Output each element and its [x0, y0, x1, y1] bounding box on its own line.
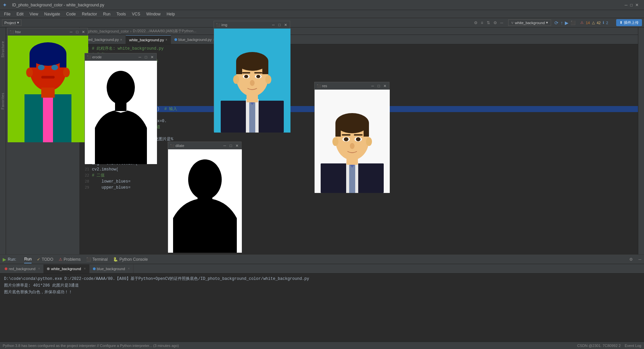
play-icon[interactable]: ▶ [3, 257, 6, 262]
hsv-minimize-icon[interactable]: ─ [69, 30, 73, 34]
hsv-title: hsv [15, 30, 21, 34]
warning-count: 42 [597, 21, 601, 25]
menu-code[interactable]: Code [63, 11, 78, 17]
erode-close-icon[interactable]: ✕ [150, 55, 154, 59]
menu-file[interactable]: File [1, 11, 13, 17]
hsv-restore-icon[interactable]: □ [75, 30, 79, 34]
python-console-label: Python Console [119, 257, 148, 262]
branch-name: white_background [515, 21, 545, 25]
vcs-stash-icon[interactable]: ⬛ [571, 20, 576, 25]
project-dropdown[interactable]: Project ▾ [2, 19, 21, 26]
vcs-commit-icon[interactable]: ↑ [560, 20, 563, 26]
menu-help[interactable]: Help [164, 11, 178, 17]
toolbar-icon-5[interactable]: ─ [499, 20, 504, 25]
res-restore-icon[interactable]: □ [376, 84, 381, 88]
svg-point-51 [344, 137, 348, 141]
branch-selector[interactable]: ⑂ white_background ▾ [508, 19, 551, 26]
run-close-blue[interactable]: × [128, 267, 130, 270]
hsv-titlebar[interactable]: ⬛ hsv ─ □ ✕ [8, 28, 88, 36]
structure-label[interactable]: Structure [1, 41, 5, 58]
upload-button[interactable]: ⬆ 插件上传 [616, 19, 642, 26]
tab-run[interactable]: Run [24, 255, 32, 263]
vcs-update-icon[interactable]: ⟳ [554, 20, 558, 26]
hsv-close-icon[interactable]: ✕ [81, 30, 86, 34]
svg-rect-54 [342, 134, 351, 136]
minimize-icon[interactable]: ─ [625, 3, 628, 7]
tab-problems[interactable]: ⚠ Problems [59, 256, 81, 263]
img-titlebar[interactable]: ⬛ img ─ □ ✕ [214, 21, 290, 29]
run-output: D:\code\conda\python.exe D:/2022-code/AA… [0, 273, 644, 342]
menu-edit[interactable]: Edit [14, 11, 26, 17]
dilate-restore-icon[interactable]: □ [228, 143, 233, 148]
svg-point-48 [332, 137, 338, 146]
menu-navigate[interactable]: Navigate [42, 11, 63, 17]
favorites-label[interactable]: Favorites [1, 93, 5, 109]
run-label: Run: [8, 257, 16, 262]
run-output-line-1: D:\code\conda\python.exe D:/2022-code/AA… [4, 276, 640, 282]
menu-refactor[interactable]: Refactor [79, 11, 100, 17]
svg-point-6 [51, 65, 58, 70]
menu-view[interactable]: View [27, 11, 41, 17]
svg-point-34 [250, 80, 255, 86]
tab-label-white: white_background.py [129, 38, 164, 42]
event-log[interactable]: Event Log [625, 344, 641, 348]
dilate-minimize-icon[interactable]: ─ [222, 143, 227, 148]
close-icon[interactable]: ✕ [635, 3, 639, 7]
bottom-minimize-icon[interactable]: ─ [638, 257, 641, 262]
toolbar-icon-1[interactable]: ⚙ [473, 20, 479, 25]
img-close-icon[interactable]: ✕ [283, 22, 288, 27]
menu-run[interactable]: Run [100, 11, 113, 17]
res-close-icon[interactable]: ✕ [382, 84, 387, 88]
right-sidebar [638, 28, 644, 254]
menu-tools[interactable]: Tools [114, 11, 128, 17]
svg-rect-55 [354, 134, 363, 136]
img-minimize-icon[interactable]: ─ [271, 22, 276, 27]
erode-titlebar[interactable]: ⬛ erode ─ □ ✕ [85, 53, 156, 61]
toolbar-icon-3[interactable]: ⇅ [486, 20, 491, 25]
dilate-titlebar[interactable]: ⬛ dilate ─ □ ✕ [168, 142, 241, 149]
img-portrait-svg [214, 29, 290, 133]
run-subtab-blue[interactable]: blue_background × [90, 264, 133, 273]
bottom-settings-icon[interactable]: ⚙ [629, 257, 633, 262]
menu-window[interactable]: Window [144, 11, 163, 17]
menu-vcs[interactable]: VCS [129, 11, 143, 17]
restore-icon[interactable]: □ [630, 3, 633, 7]
run-subtab-red[interactable]: red_background × [1, 264, 44, 273]
svg-point-5 [38, 65, 45, 70]
erode-content [85, 61, 157, 164]
hsv-portrait-svg [8, 36, 88, 142]
svg-rect-24 [236, 61, 242, 74]
run-subtab-white[interactable]: white_background × [44, 264, 89, 273]
vcs-push-icon[interactable]: ▶ [565, 20, 569, 26]
img-title: img [221, 23, 227, 27]
run-close-white[interactable]: × [84, 267, 86, 270]
run-tab-label: Run [24, 257, 32, 261]
tab-dot-blue [174, 38, 177, 41]
res-titlebar[interactable]: ⬛ res ─ □ ✕ [315, 82, 389, 90]
breadcrumb-file[interactable]: D:/2022.../AAAA/80.[A80]基于Python... [133, 29, 197, 34]
img-restore-icon[interactable]: □ [277, 22, 282, 27]
breadcrumb-project[interactable]: ID_photo_background_color [83, 29, 129, 33]
erode-restore-icon[interactable]: □ [144, 55, 148, 59]
res-minimize-icon[interactable]: ─ [370, 84, 375, 88]
tab-close-white[interactable]: × [165, 38, 167, 42]
run-subtab-white-label: white_background [51, 267, 81, 271]
branch-chevron-icon: ▾ [546, 20, 548, 25]
svg-rect-32 [242, 72, 250, 73]
error-count: 14 [586, 21, 590, 25]
tab-terminal[interactable]: ⬛ Terminal [86, 256, 108, 263]
erode-minimize-icon[interactable]: ─ [138, 55, 142, 59]
tab-close-red[interactable]: × [120, 38, 122, 42]
tab-python-console[interactable]: 🐍 Python Console [113, 256, 148, 263]
tab-todo[interactable]: ✓ TODO [37, 256, 53, 263]
window-controls[interactable]: ─ □ ✕ [625, 3, 641, 7]
bottom-panel: ▶ Run: Run ✓ TODO ⚠ Problems ⬛ Terminal … [0, 254, 644, 342]
tab-blue-background[interactable]: blue_background.py × [171, 35, 219, 44]
dilate-title: dilate [175, 144, 184, 148]
dilate-close-icon[interactable]: ✕ [234, 143, 239, 148]
tab-white-background[interactable]: white_background.py × [126, 35, 171, 44]
toolbar-icon-4[interactable]: ⚙ [492, 20, 498, 25]
left-structure-sidebar: Structure Favorites [0, 28, 6, 254]
run-close-red[interactable]: × [38, 267, 40, 270]
toolbar-icon-2[interactable]: ≡ [480, 20, 484, 25]
